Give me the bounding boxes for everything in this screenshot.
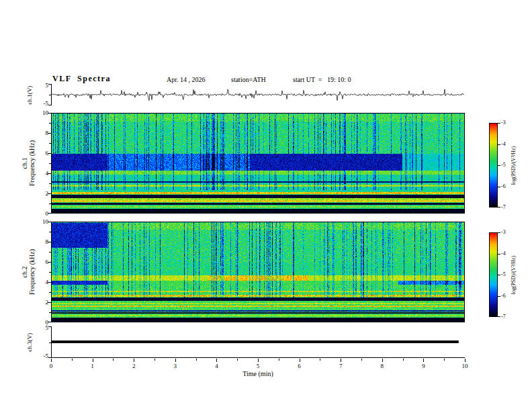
ch2-spec-ylabel-line2: Frequency (kHz) xyxy=(28,249,36,295)
ch3-waveform-canvas xyxy=(52,326,465,357)
ch2-spec-y-tick-label: 6 xyxy=(35,259,48,265)
ch1-wave-y-tick xyxy=(48,105,51,105)
x-axis-tick-label: 2 xyxy=(127,363,140,369)
x-axis-tick-label: 7 xyxy=(334,363,347,369)
figure-start-ut: start UT = 19: 10: 0 xyxy=(293,76,351,83)
figure-station: station=ATH xyxy=(231,76,266,83)
ch1-wave-y-tick-label: 5 xyxy=(35,82,48,89)
ch1-spec-y-tick-label: 10 xyxy=(35,109,48,116)
ch1-spec-ylabel: ch.1 Frequency (kHz) xyxy=(19,113,38,214)
ch2-spectrogram-panel xyxy=(51,222,465,322)
x-axis-tick xyxy=(382,359,383,362)
ch1-waveform-panel xyxy=(51,84,465,105)
ch1-colorbar-tick-label: -3 xyxy=(501,120,511,126)
ch1-spec-y-tick-label: 6 xyxy=(35,150,48,156)
x-axis-title: Time (min) xyxy=(51,370,465,377)
x-axis-tick-label: 8 xyxy=(375,363,389,369)
ch1-spec-y-minor-tick xyxy=(49,203,51,204)
x-axis-tick xyxy=(134,359,134,362)
ch1-colorbar-tick xyxy=(498,123,500,124)
x-axis-tick xyxy=(175,359,176,362)
ch1-colorbar-tick xyxy=(498,207,500,208)
x-axis-minor-tick xyxy=(237,359,238,361)
x-axis-tick xyxy=(341,359,341,362)
x-axis-tick-label: 5 xyxy=(251,363,265,369)
ch2-colorbar-canvas xyxy=(490,233,497,316)
ch1-spec-y-minor-tick xyxy=(49,123,51,124)
ch1-wave-y-tick xyxy=(49,95,51,95)
x-axis-minor-tick xyxy=(113,359,114,361)
ch1-colorbar-tick-label: -7 xyxy=(501,204,511,211)
x-axis-tick-label: 6 xyxy=(293,363,306,369)
ch3-wave-ylabel-text: ch.3(V) xyxy=(27,333,34,352)
ch2-colorbar-tick xyxy=(498,275,500,275)
ch1-colorbar-tick-label: -5 xyxy=(501,162,511,169)
ch1-colorbar-label-text: log(PSD)/(V²/Hz) xyxy=(511,146,517,185)
ch1-spectrogram-panel xyxy=(51,113,465,214)
ch3-waveform-panel xyxy=(51,326,465,358)
ch2-spec-ylabel-line1: ch.2 xyxy=(21,249,28,295)
figure-date: Apr. 14 , 2026 xyxy=(167,76,206,83)
ch2-spec-y-minor-tick xyxy=(49,252,51,253)
ch2-spec-y-tick-label: 2 xyxy=(35,299,48,306)
ch1-colorbar-tick-label: -6 xyxy=(501,183,511,190)
x-axis-minor-tick xyxy=(403,359,404,361)
ch2-spectrogram-canvas xyxy=(52,222,464,322)
ch2-spec-ylabel: ch.2 Frequency (kHz) xyxy=(19,222,38,322)
ch1-spec-ylabel-text: ch.1 Frequency (kHz) xyxy=(21,140,36,186)
x-axis-tick xyxy=(258,359,259,362)
ch3-wave-y-tick xyxy=(49,342,51,343)
x-axis-tick xyxy=(93,359,93,362)
ch2-colorbar-tick-label: -5 xyxy=(501,271,511,278)
x-axis-tick-label: 3 xyxy=(169,363,182,369)
ch2-spec-y-minor-tick xyxy=(49,232,51,232)
ch2-colorbar-tick-label: -6 xyxy=(501,293,511,300)
x-axis-tick-label: 9 xyxy=(416,363,430,369)
ch1-spec-y-tick-label: 0 xyxy=(35,210,48,217)
ch1-spec-ylabel-line2: Frequency (kHz) xyxy=(28,140,36,186)
ch1-colorbar-tick xyxy=(498,144,500,145)
ch1-waveform-canvas xyxy=(52,84,465,105)
x-axis-minor-tick xyxy=(196,359,197,361)
ch2-spec-y-minor-tick xyxy=(49,312,51,313)
ch2-colorbar-tick xyxy=(498,254,500,255)
ch2-spec-y-minor-tick xyxy=(49,292,51,293)
figure-title: VLF Spectra xyxy=(52,74,111,84)
ch1-colorbar xyxy=(489,123,498,208)
ch1-spec-y-minor-tick xyxy=(49,163,51,164)
ch2-colorbar-label-text: log(PSD)/(V²/Hz) xyxy=(511,255,517,294)
x-axis-tick xyxy=(465,359,466,362)
x-axis-tick-label: 0 xyxy=(44,363,58,369)
ch2-colorbar-tick xyxy=(498,232,500,233)
ch2-colorbar-tick-label: -4 xyxy=(501,250,511,257)
ch1-spec-y-minor-tick xyxy=(49,143,51,144)
ch1-colorbar-tick xyxy=(498,187,500,187)
ch1-wave-y-tick xyxy=(48,84,51,85)
x-axis-tick xyxy=(300,359,300,362)
ch1-colorbar-tick-label: -4 xyxy=(501,141,511,148)
x-axis-minor-tick xyxy=(444,359,445,361)
ch2-colorbar-tick-label: -7 xyxy=(501,314,511,320)
ch2-colorbar-tick-label: -3 xyxy=(501,229,511,236)
ch2-spec-ylabel-text: ch.2 Frequency (kHz) xyxy=(21,249,36,295)
ch1-spec-y-minor-tick xyxy=(49,183,51,184)
ch3-wave-y-tick-label: 5 xyxy=(35,324,48,331)
ch1-spec-ylabel-line1: ch.1 xyxy=(21,140,28,186)
ch1-spectrogram-canvas xyxy=(52,113,464,213)
x-axis-minor-tick xyxy=(320,359,320,361)
vlf-spectra-figure: VLF Spectra Apr. 14 , 2026 station=ATH s… xyxy=(0,0,532,411)
x-axis-tick-label: 1 xyxy=(86,363,99,369)
ch3-wave-y-tick xyxy=(48,326,51,327)
ch2-colorbar-tick xyxy=(498,296,500,297)
x-axis-minor-tick xyxy=(361,359,362,361)
ch1-wave-y-tick-label: -5 xyxy=(35,100,48,107)
x-axis-tick-label: 4 xyxy=(210,363,223,369)
ch2-colorbar-tick xyxy=(498,316,500,317)
ch1-spec-y-tick-label: 8 xyxy=(35,130,48,136)
ch1-wave-ylabel-text: ch.1(V) xyxy=(27,85,34,104)
ch1-spec-y-tick-label: 2 xyxy=(35,190,48,197)
x-axis-tick-label: 10 xyxy=(458,363,472,369)
ch3-wave-y-tick-label: -5 xyxy=(35,353,48,359)
ch2-spec-y-minor-tick xyxy=(49,272,51,273)
ch2-spec-y-tick-label: 10 xyxy=(35,218,48,225)
